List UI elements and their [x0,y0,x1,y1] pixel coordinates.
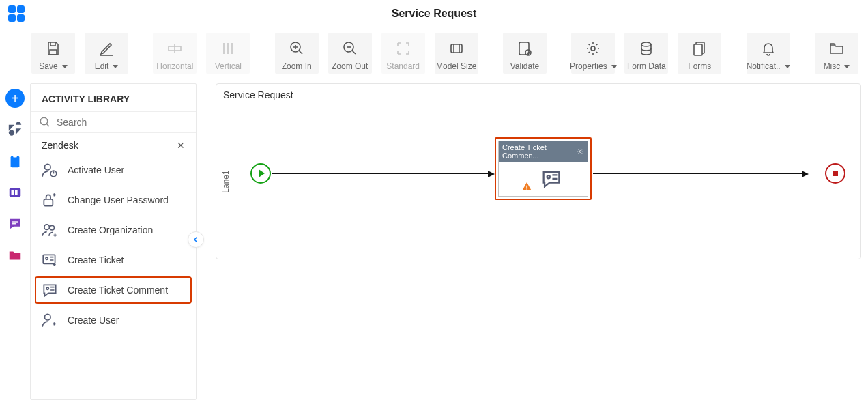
svg-rect-30 [526,188,527,189]
zoom-out-icon [342,37,358,60]
zoom-in-icon [289,37,305,60]
activity-library-header: ACTIVITY LIBRARY [31,84,196,111]
library-group-row: Zendesk ✕ [31,133,196,155]
library-item-label: Create Ticket [68,255,124,266]
svg-rect-21 [44,199,53,206]
process-canvas[interactable]: Service Request Lane1 Create Ticket Comm… [216,83,861,259]
library-item-create-ticket[interactable]: Create Ticket [31,245,196,275]
edit-icon [98,37,115,60]
svg-point-23 [50,226,55,231]
misc-button[interactable]: Misc [815,33,858,74]
search-icon [39,116,51,128]
ticket-comment-icon [538,167,565,190]
top-bar: Service Request [0,0,868,27]
users-plus-icon [40,220,59,240]
forms-icon [691,37,708,60]
properties-button[interactable]: Properties [571,33,615,74]
svg-rect-11 [11,156,20,168]
library-group-label: Zendesk [42,140,78,151]
rail-chat-icon[interactable] [5,214,25,233]
search-row [31,111,196,133]
toolbar: Save Edit Horizontal Vertical Zoom In Zo… [0,27,868,83]
search-input[interactable] [57,117,188,128]
collapse-panel-button[interactable] [188,231,204,248]
ticket-comment-icon [40,281,59,300]
library-item-label: Activate User [68,165,124,176]
zoom-model-size-button[interactable]: Model Size [435,33,478,74]
library-item-activate-user[interactable]: Activate User [31,155,196,185]
app-logo-icon[interactable] [8,5,25,22]
bell-icon [760,37,777,60]
form-data-button[interactable]: Form Data [624,33,668,74]
canvas-title: Service Request [216,84,860,106]
library-item-create-user[interactable]: Create User [31,305,196,335]
svg-rect-24 [43,255,55,263]
zoom-in-button[interactable]: Zoom In [275,33,319,74]
svg-point-7 [641,42,651,46]
clear-group-button[interactable]: ✕ [177,140,185,151]
library-item-label: Change User Password [68,195,169,206]
folder-icon [828,37,845,60]
zoom-standard-button[interactable]: Standard [381,33,425,74]
svg-point-19 [44,164,50,170]
svg-point-31 [547,175,550,178]
arrow-icon [488,171,495,177]
activity-node-create-ticket-comment[interactable]: Create Ticket Commen... [495,137,592,200]
vertical-layout-icon [220,37,236,60]
start-node[interactable] [250,163,271,184]
svg-rect-12 [13,155,17,158]
gear-icon[interactable] [577,147,584,156]
library-item-change-user-password[interactable]: Change User Password [31,185,196,215]
activity-header: Create Ticket Commen... [499,141,588,162]
svg-rect-14 [12,190,14,195]
save-icon [45,37,61,60]
forms-button[interactable]: Forms [678,33,721,74]
save-button[interactable]: Save [31,33,75,74]
svg-point-6 [591,46,595,51]
svg-rect-15 [15,190,18,195]
layout-vertical-button[interactable]: Vertical [206,33,250,74]
validate-icon [517,37,533,60]
svg-rect-9 [694,44,702,55]
svg-point-27 [44,314,50,320]
form-data-icon [638,37,654,60]
library-item-label: Create User [68,315,119,326]
rail-zendesk-icon[interactable] [5,120,25,139]
layout-horizontal-button[interactable]: Horizontal [153,33,197,74]
svg-point-10 [9,130,14,135]
library-item-create-ticket-comment[interactable]: Create Ticket Comment [35,276,192,304]
svg-rect-29 [526,186,527,188]
canvas-wrap: Service Request Lane1 Create Ticket Comm… [197,83,868,400]
activity-title: Create Ticket Commen... [502,143,577,160]
flow-connector [272,173,493,174]
notifications-button[interactable]: Notificat.. [747,33,790,74]
rail-folder-icon[interactable] [5,246,25,265]
zoom-out-button[interactable]: Zoom Out [328,33,372,74]
chevron-left-icon [192,235,200,244]
user-power-icon [40,160,59,180]
arrow-icon [802,171,809,177]
gear-icon [585,37,601,60]
svg-rect-17 [12,223,16,224]
library-item-create-organization[interactable]: Create Organization [31,215,196,245]
svg-point-28 [579,151,581,153]
activity-library-panel: ACTIVITY LIBRARY Zendesk ✕ Activate User… [30,83,197,400]
end-node[interactable] [825,163,845,184]
user-plus-icon [40,311,59,330]
zoom-standard-icon [395,37,411,60]
validate-button[interactable]: Validate [503,33,547,74]
svg-point-25 [46,257,48,259]
rail-add-button[interactable]: + [5,89,25,108]
flow-connector [593,173,807,174]
rail-clipboard-icon[interactable] [5,152,25,171]
svg-point-26 [46,287,48,289]
user-lock-icon [40,190,59,210]
left-rail: + [0,83,30,400]
lane-row: Lane1 Create Ticket Commen... [216,106,860,257]
model-size-icon [448,37,465,60]
ticket-plus-icon [40,251,59,270]
rail-form-icon[interactable] [5,183,25,202]
library-item-label: Create Organization [68,225,153,236]
edit-button[interactable]: Edit [85,33,128,74]
warning-icon [521,181,532,192]
